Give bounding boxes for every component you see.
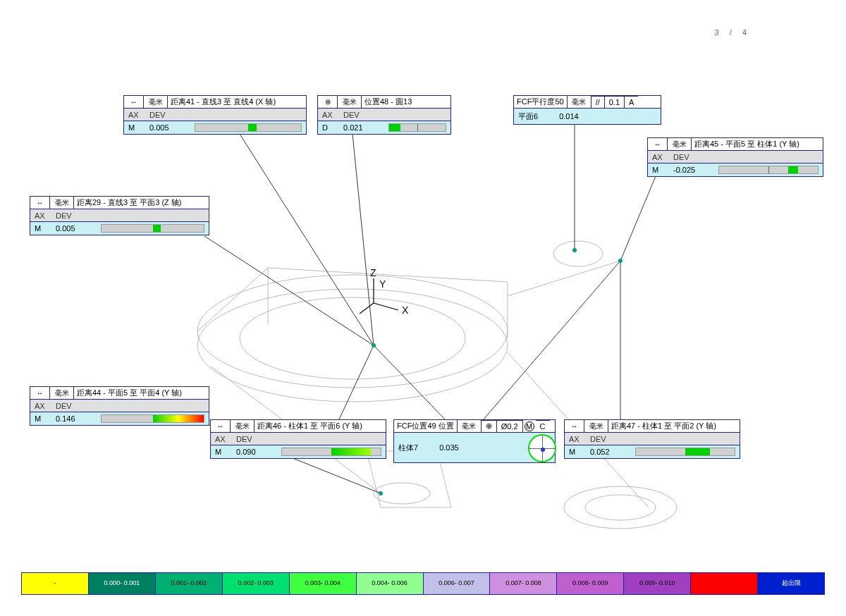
position-icon: ⊕ (482, 420, 497, 433)
callout-position-48[interactable]: ⊕ 毫米 位置48 - 圆13 AXDEV D0.021 (317, 95, 451, 135)
arrow-icon: ↔ (30, 197, 50, 209)
svg-line-14 (352, 134, 374, 345)
svg-line-8 (374, 303, 398, 310)
legend-swatch: 0.009- 0.010 (624, 573, 691, 594)
svg-point-0 (197, 275, 508, 388)
legend-swatch: 0.000- 0.001 (89, 573, 156, 594)
arrow-icon: ↔ (565, 420, 584, 433)
svg-point-4 (564, 486, 677, 529)
legend-swatch: 0.002- 0.003 (223, 573, 290, 594)
legend-swatch: 0.004- 0.006 (357, 573, 424, 594)
arrow-icon: ↔ (648, 138, 668, 151)
arrow-icon: ↔ (124, 96, 144, 109)
svg-line-20 (465, 261, 620, 441)
svg-line-16 (620, 176, 656, 261)
svg-line-17 (204, 236, 374, 345)
3d-viewport: Z Y X (0, 0, 846, 616)
svg-point-2 (240, 297, 465, 379)
callout-distance-45[interactable]: ↔ 毫米 距离45 - 平面5 至 柱体1 (Y 轴) AXDEV M-0.02… (647, 137, 823, 177)
callout-fcf-50[interactable]: FCF平行度50 毫米 // 0.1 A 平面60.014 (513, 95, 661, 125)
legend-swatch: 0.008- 0.009 (557, 573, 624, 594)
svg-line-13 (240, 134, 374, 345)
parallelism-icon: // (591, 96, 605, 109)
callout-distance-46[interactable]: ↔ 毫米 距离46 - 柱体1 至 平面6 (Y 轴) AXDEV M0.090 (210, 419, 386, 459)
svg-text:Y: Y (379, 278, 386, 290)
callout-distance-47[interactable]: ↔ 毫米 距离47 - 柱体1 至 平面2 (Y 轴) AXDEV M0.052 (564, 419, 740, 459)
legend-swatch: 0.006- 0.007 (424, 573, 491, 594)
color-legend: -0.000- 0.0010.001- 0.0020.002- 0.0030.0… (21, 572, 825, 595)
svg-point-23 (372, 343, 376, 347)
callout-distance-44[interactable]: ↔ 毫米 距离44 - 平面5 至 平面4 (Y 轴) AXDEV M0.146 (30, 386, 209, 426)
arrow-icon: ↔ (30, 387, 50, 400)
target-icon (528, 434, 556, 462)
callout-distance-41[interactable]: ↔ 毫米 距离41 - 直线3 至 直线4 (X 轴) AXDEV M0.005 (123, 95, 307, 135)
legend-swatch: 0.001- 0.002 (156, 573, 223, 594)
svg-point-1 (197, 289, 508, 402)
callout-fcf-49[interactable]: FCF位置49 位置 毫米 ⊕ Ø0.2 M C 柱体70.035 (393, 419, 556, 463)
legend-swatch: - (691, 573, 758, 594)
svg-point-3 (553, 241, 603, 266)
svg-point-24 (618, 259, 623, 263)
position-icon: ⊕ (318, 96, 338, 109)
svg-text:X: X (402, 304, 409, 316)
legend-swatch: 0.003- 0.004 (290, 573, 357, 594)
legend-swatch: 超出限 (758, 573, 824, 594)
legend-swatch: 0.007- 0.008 (490, 573, 557, 594)
arrow-icon: ↔ (211, 420, 231, 433)
legend-swatch: - (22, 573, 89, 594)
svg-point-5 (585, 495, 656, 520)
svg-point-25 (572, 248, 577, 252)
svg-text:Z: Z (370, 267, 376, 278)
svg-line-9 (360, 303, 374, 314)
callout-distance-29[interactable]: ↔ 毫米 距离29 - 直线3 至 平面3 (Z 轴) AXDEV M0.005 (30, 196, 209, 235)
svg-point-26 (379, 491, 383, 495)
